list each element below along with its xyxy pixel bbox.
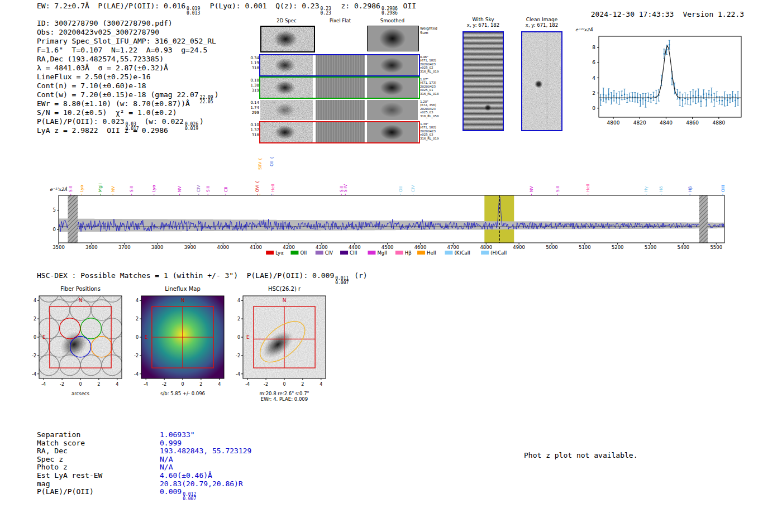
y-tick-label: 2 [592,90,595,96]
x-tick-label: 0 [181,382,184,387]
legend-swatch [368,251,375,255]
col-header-2dspec: 2D Spec [260,18,313,23]
legend-swatch [290,251,298,255]
plot-frame [59,195,724,243]
weighted-sum-label: WeightedSum [420,27,445,38]
match-field-label: mag [37,480,160,488]
x-tick-label: -2 [162,382,166,387]
cleanimage-coords: x, y: 671, 182 [517,22,567,28]
line-marker-label: Lyα [151,185,156,192]
x-tick-label: 4860 [686,120,699,126]
version-label: Version 1.22.3 [683,10,744,18]
match-table-row: mag20.83(20.79,20.86)R [37,480,251,488]
legend-swatch [316,251,323,255]
x-tick-label: 4300 [316,245,328,250]
x-tick-label: 4840 [660,120,673,126]
x-tick-label: 3900 [184,245,197,250]
match-field-value: 0.0090.0120.007 [160,488,197,496]
match-field-value: 193.482843, 55.723129 [160,447,251,456]
hsc-r-image: NE-4-4-2-2002244 [224,294,348,389]
compass-e: E [42,334,46,340]
cutout-title: Lineflux Map [141,286,224,294]
info-line: RA,Dec (193.482574,55.723385) [37,55,219,64]
weighted-sum-2dspec [260,26,315,52]
report-timestamp: 2024-12-30 17:43:33 [591,10,674,18]
line-marker-label: CII [223,186,228,192]
x-tick-label: 5400 [678,245,690,250]
noise-texture [260,122,313,142]
x-tick-label: 4400 [349,245,361,250]
noise-texture [260,55,313,75]
line-marker-label: Hγ [643,186,649,192]
info-line: Cont(w) = 7.20(±0.15)e-18 (gmag 22.0722.… [37,90,219,99]
y-tick-label: -2 [32,353,36,358]
legend-label: Lyα [275,250,284,256]
line-marker-label: OVI { [255,181,260,192]
legend-label: CIII [350,250,357,256]
y-tick-label: 0 [592,106,595,111]
legend-swatch [417,251,425,255]
x-tick-label: 4200 [283,245,295,250]
plot-frame [599,36,741,117]
x-tick-label: 4 [116,382,118,387]
flux-units-annotation: e⁻¹⁷x2Å [50,186,67,192]
match-table-row: Photo zN/A [37,463,251,472]
x-tick-label: -4 [245,382,250,387]
y-tick-label: 8 [592,45,595,50]
line-marker-label: MgII [98,183,103,192]
compass-n: N [181,298,185,303]
x-tick-label: -2 [60,382,64,387]
info-line: LineFlux = 2.50(±0.25)e-16 [37,73,219,82]
x-tick-label: -2 [264,382,268,387]
smoothed-strip [367,100,418,120]
y-tick-label: -2 [134,353,139,358]
cutout-xlabel: arcsecs [39,391,122,396]
y-tick-label: 6 [592,60,595,65]
match-table-row: RA, Dec193.482843, 55.723129 [37,447,251,456]
info-line: EWr = 8.80(±1.10) (w: 8.70(±0.87))Å [37,99,219,108]
pixelflat-strip [316,100,365,120]
match-table-row: Match score0.999 [37,439,251,448]
noise-texture [522,32,561,130]
match-field-value: 20.83(20.79,20.86)R [160,480,243,488]
smoothed-strip [367,78,418,98]
line-fit-plot: 0246848004820484048604880e⁻¹⁷x2Å [571,22,751,137]
match-field-label: P(LAE)/P(OII) [37,488,160,496]
x-tick-label: 2 [301,382,304,387]
line-marker-label: Lyα [79,185,84,192]
legend-swatch [340,251,348,255]
stacked-uncertainty: 0.29860.2986 [382,7,398,15]
stacked-uncertainty: 22.0922.05 [200,95,213,104]
x-tick-label: -4 [41,382,46,387]
legend-label: HeII [427,250,436,256]
match-field-label: Est LyA rest-EW [37,472,160,480]
x-tick-label: 4820 [633,120,646,126]
match-table-row: Spec zN/A [37,456,251,464]
cutout-image-content [243,296,326,378]
x-tick-label: 4 [320,382,322,387]
match-field-value: 0.999 [160,439,182,448]
line-legend: LyαOIICIVCIIIMgIIHβHeII(K)CaII(H)CaII [266,250,507,256]
line-marker-label: NV [529,185,534,192]
flux-units-annotation: e⁻¹⁷x2Å [575,27,593,32]
x-tick-label: 5200 [612,245,624,250]
smoothed-strip [367,122,418,142]
masked-sky-band [699,195,708,243]
spec2d-section: 2D Spec Pixel Flat Smoothed WeightedSum0… [246,18,447,146]
line-marker-label: SiII [206,186,211,192]
exposure-info: 1.39"(671, 182)20200423v025_03316_RL_019 [420,122,446,142]
line-marker-label: SiII [555,186,560,192]
compass-n: N [283,298,287,303]
line-marker-label: CIV [196,185,201,192]
line-marker-label: NV [177,185,182,192]
x-tick-label: 3800 [151,245,164,250]
y-tick-label: -4 [134,372,139,377]
line-marker-label: OIII [721,185,726,192]
weighted-sum-smoothed [367,26,419,51]
match-field-value: N/A [160,463,173,472]
y-tick-label: 2 [237,317,240,322]
line-marker-label: HeII [585,184,590,192]
x-tick-label: 4880 [712,120,725,126]
pixelflat-strip [316,78,365,98]
withsky-title: With Sky [458,17,508,22]
